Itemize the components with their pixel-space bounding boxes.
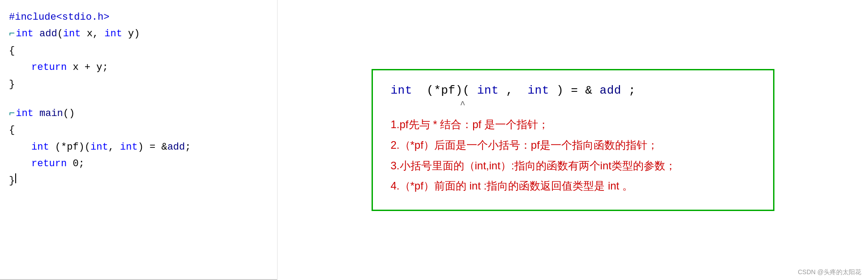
code-line-2: ⌐ int add ( int x, int y) [9, 26, 273, 42]
anno-comma: , [506, 84, 520, 97]
pf-param-type-1: int [90, 139, 108, 155]
anno-int-1: int [477, 84, 499, 97]
code-line-11: } [9, 172, 273, 189]
main-container: #include<stdio.h> ⌐ int add ( int x, int… [0, 0, 868, 280]
type-int-pf: int [31, 139, 49, 155]
anno-semi: ; [629, 84, 636, 97]
param-type-x: int [63, 26, 81, 42]
func-add: add [39, 26, 57, 42]
param-x: x, [81, 26, 104, 42]
pf-decl: (*pf)( [49, 139, 90, 155]
pf-semi: ; [185, 139, 191, 155]
cursor [15, 173, 16, 183]
empty-line-1 [9, 93, 273, 105]
code-line-7: ⌐ int main () [9, 105, 273, 122]
pf-comma: , [108, 139, 120, 155]
return-kw-2: return [31, 155, 67, 172]
anno-code-line: int (*pf)( int , int ) = & add ; [391, 84, 755, 97]
open-brace-1: { [9, 43, 15, 59]
code-line-9: int (*pf)( int , int ) = & add ; [9, 139, 273, 155]
anno-item-4: 4.（*pf）前面的 int :指向的函数返回值类型是 int 。 [391, 176, 755, 196]
code-line-8: { [9, 122, 273, 138]
param-type-y: int [104, 26, 122, 42]
anno-add: add [600, 84, 621, 97]
close-brace-2: } [9, 172, 15, 189]
hat-marker: ^ [391, 99, 755, 110]
code-line-3: { [9, 43, 273, 59]
return-zero: 0; [67, 155, 85, 172]
param-y: y) [122, 26, 140, 42]
annotation-panel: int (*pf)( int , int ) = & add ; ^ 1.pf先… [278, 0, 868, 280]
space-1 [34, 26, 39, 42]
params-main: () [63, 105, 75, 122]
marker-int-1: ⌐ [9, 26, 15, 42]
close-brace-1: } [9, 76, 15, 93]
code-panel: #include<stdio.h> ⌐ int add ( int x, int… [0, 0, 278, 280]
func-main: main [39, 105, 63, 122]
watermark: CSDN @头疼的太阳花 [798, 268, 861, 276]
pf-param-type-2: int [120, 139, 138, 155]
open-brace-2: { [9, 122, 15, 138]
code-line-1: #include<stdio.h> [9, 9, 273, 26]
anno-item-2: 2.（*pf）后面是一个小括号：pf是一个指向函数的指针； [391, 135, 755, 155]
return-expr-1: x + y; [67, 59, 108, 76]
pf-assign: ) = & [138, 139, 167, 155]
pf-add-ref: add [167, 139, 185, 155]
type-int-1: int [16, 26, 34, 42]
code-line-10: return 0; [9, 155, 273, 172]
code-line-5: } [9, 76, 273, 93]
hat-char: ^ [460, 99, 466, 110]
params-add: ( [57, 26, 63, 42]
anno-item-1: 1.pf先与 * 结合：pf 是一个指针； [391, 114, 755, 135]
marker-int-2: ⌐ [9, 105, 15, 122]
anno-item-3: 3.小括号里面的（int,int）:指向的函数有两个int类型的参数； [391, 155, 755, 176]
space-2 [34, 105, 39, 122]
anno-pf-expr: (*pf)( [419, 84, 470, 97]
anno-assign: ) = & [556, 84, 593, 97]
preprocessor-directive: #include<stdio.h> [9, 9, 109, 26]
return-kw-1: return [31, 59, 67, 76]
code-line-4: return x + y; [9, 59, 273, 76]
annotation-box: int (*pf)( int , int ) = & add ; ^ 1.pf先… [372, 69, 774, 211]
anno-type-int: int [391, 84, 412, 97]
type-int-main: int [16, 105, 34, 122]
anno-int-2: int [528, 84, 549, 97]
